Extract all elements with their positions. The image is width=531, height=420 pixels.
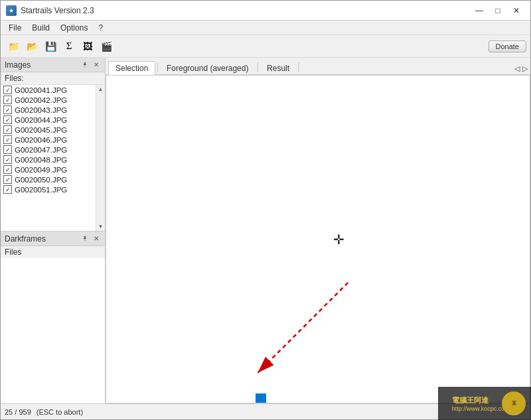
minimize-button[interactable]: —: [471, 4, 488, 17]
file-name: G0020047.JPG: [15, 146, 67, 154]
file-name: G0020046.JPG: [15, 136, 67, 144]
darkframes-pin-icon[interactable]: 🖈: [80, 234, 90, 244]
list-item[interactable]: ✓ G0020047.JPG: [1, 145, 96, 155]
file-checkbox[interactable]: ✓: [3, 145, 12, 154]
left-panel: Images 🖈 ✕ Files: ✓ G0020041.JPG ✓: [1, 58, 106, 403]
status-hint: (ESC to abort): [37, 408, 83, 416]
darkframes-close-icon[interactable]: ✕: [92, 234, 101, 244]
list-item[interactable]: ✓ G0020044.JPG: [1, 115, 96, 125]
window-title: Startrails Version 2.3: [21, 6, 471, 15]
list-item[interactable]: ✓ G0020049.JPG: [1, 165, 96, 175]
file-checkbox[interactable]: ✓: [3, 175, 12, 184]
progress-indicator: [256, 393, 266, 403]
menu-file[interactable]: File: [3, 22, 27, 34]
menu-help[interactable]: ?: [93, 22, 108, 34]
watermark-logo: 王: [502, 391, 526, 415]
list-item[interactable]: ✓ G0020050.JPG: [1, 175, 96, 184]
menubar: File Build Options ?: [1, 21, 530, 35]
files-label: Files:: [1, 72, 105, 85]
file-checkbox[interactable]: ✓: [3, 105, 12, 114]
darkframes-section: Darkframes 🖈 ✕ Files: [1, 232, 105, 403]
file-checkbox[interactable]: ✓: [3, 125, 12, 134]
app-icon: ★: [6, 5, 17, 16]
tab-selection[interactable]: Selection: [108, 61, 155, 75]
images-close-icon[interactable]: ✕: [92, 60, 101, 70]
list-item[interactable]: ✓ G0020046.JPG: [1, 135, 96, 145]
list-item[interactable]: ✓ G0020041.JPG: [1, 85, 96, 95]
images-section-icons: 🖈 ✕: [80, 60, 101, 70]
file-checkbox[interactable]: ✓: [3, 155, 12, 164]
menu-build[interactable]: Build: [27, 22, 55, 34]
toolbar-video-button[interactable]: 🎬: [98, 38, 115, 55]
darkframes-files-label: Files: [1, 246, 105, 258]
file-name: G0020048.JPG: [15, 156, 67, 164]
file-checkbox[interactable]: ✓: [3, 165, 12, 174]
toolbar-sum-button[interactable]: Σ: [60, 38, 78, 55]
list-item[interactable]: ✓ G0020045.JPG: [1, 125, 96, 135]
file-checkbox[interactable]: ✓: [3, 96, 12, 104]
dotted-arrow-graphic: [106, 76, 530, 403]
file-name: G0020043.JPG: [15, 106, 67, 114]
darkframes-section-header: Darkframes 🖈 ✕: [1, 232, 105, 246]
move-cursor-icon: ✛: [333, 232, 344, 247]
status-progress: 25 / 959: [5, 408, 31, 416]
file-name: G0020044.JPG: [15, 116, 67, 124]
images-pin-icon[interactable]: 🖈: [80, 60, 90, 70]
toolbar: 📁 📂 💾 Σ 🖼 🎬 Donate: [1, 35, 530, 58]
watermark: 王 電腦王阿達 http://www.kocpc.com.tw: [438, 387, 531, 420]
tab-nav-right[interactable]: ▷: [522, 64, 528, 73]
images-section: Images 🖈 ✕ Files: ✓ G0020041.JPG ✓: [1, 58, 105, 232]
list-item[interactable]: ✓ G0020043.JPG: [1, 105, 96, 115]
list-item[interactable]: ✓ G0020048.JPG: [1, 155, 96, 165]
darkframes-section-icons: 🖈 ✕: [80, 234, 101, 244]
right-panel: Selection | Foreground (averaged) | Resu…: [106, 58, 530, 403]
toolbar-save-button[interactable]: 💾: [42, 38, 59, 55]
file-name: G0020045.JPG: [15, 126, 67, 134]
file-checkbox[interactable]: ✓: [3, 86, 12, 94]
tab-separator-3: |: [297, 61, 301, 72]
file-checkbox[interactable]: ✓: [3, 115, 12, 124]
images-section-title: Images: [5, 60, 80, 70]
canvas-area[interactable]: ✛: [106, 75, 530, 403]
darkframes-content: [1, 258, 105, 403]
file-checkbox[interactable]: ✓: [3, 185, 12, 194]
file-checkbox[interactable]: ✓: [3, 135, 12, 144]
darkframes-section-title: Darkframes: [5, 234, 80, 244]
tab-foreground[interactable]: Foreground (averaged): [159, 61, 256, 75]
titlebar: ★ Startrails Version 2.3 — □ ✕: [1, 1, 530, 21]
toolbar-image-button[interactable]: 🖼: [79, 38, 96, 55]
toolbar-open-button[interactable]: 📁: [5, 38, 22, 55]
list-item[interactable]: ✓ G0020042.JPG: [1, 95, 96, 105]
donate-button[interactable]: Donate: [489, 40, 526, 52]
menu-options[interactable]: Options: [55, 22, 93, 34]
scrollbar[interactable]: ▲ ▼: [96, 85, 105, 231]
files-list[interactable]: ✓ G0020041.JPG ✓ G0020042.JPG ✓ G0020043…: [1, 85, 96, 231]
file-name: G0020050.JPG: [15, 176, 67, 184]
maximize-button[interactable]: □: [489, 4, 506, 17]
file-name: G0020041.JPG: [15, 86, 67, 94]
close-button[interactable]: ✕: [508, 4, 525, 17]
tab-navigation: ◁ ▷: [514, 64, 528, 74]
file-name: G0020049.JPG: [15, 166, 67, 174]
tab-nav-left[interactable]: ◁: [514, 64, 520, 73]
tab-result[interactable]: Result: [260, 61, 297, 75]
tabs-bar: Selection | Foreground (averaged) | Resu…: [106, 58, 530, 75]
titlebar-controls: — □ ✕: [471, 4, 525, 17]
file-name: G0020051.JPG: [15, 186, 67, 194]
main-content: Images 🖈 ✕ Files: ✓ G0020041.JPG ✓: [1, 58, 530, 403]
app-window: ★ Startrails Version 2.3 — □ ✕ File Buil…: [0, 0, 531, 420]
images-section-header: Images 🖈 ✕: [1, 58, 105, 72]
toolbar-folder-button[interactable]: 📂: [23, 38, 40, 55]
svg-line-0: [258, 283, 348, 373]
list-item[interactable]: ✓ G0020051.JPG: [1, 184, 96, 194]
file-name: G0020042.JPG: [15, 96, 67, 104]
